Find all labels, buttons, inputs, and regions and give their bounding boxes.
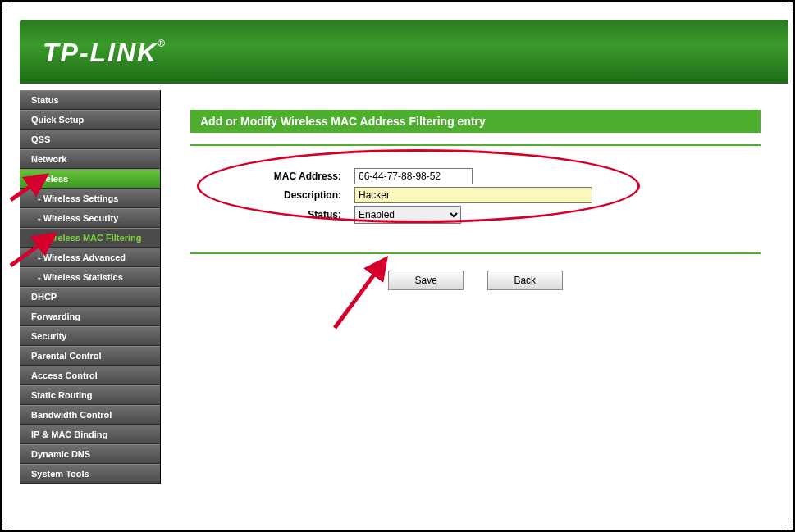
corner-marker (1, 521, 11, 531)
sidebar-item-quick-setup[interactable]: Quick Setup (20, 110, 160, 130)
mac-address-label: MAC Address: (190, 171, 354, 182)
mac-address-input[interactable] (354, 168, 473, 184)
header-bar: TP-LINK® (20, 20, 788, 84)
divider (190, 144, 761, 146)
sidebar-item-wireless-advanced[interactable]: - Wireless Advanced (20, 248, 160, 267)
status-select[interactable]: Enabled (354, 206, 461, 224)
mac-filter-form: MAC Address: Description: Status: Enable… (190, 157, 761, 241)
description-label: Description: (190, 189, 354, 201)
router-admin-window: TP-LINK® StatusQuick SetupQSSNetworkWire… (0, 0, 795, 532)
sidebar-item-status[interactable]: Status (20, 90, 160, 110)
divider (190, 252, 761, 254)
sidebar-item-wireless-mac-filtering[interactable]: - Wireless MAC Filtering (20, 228, 160, 248)
sidebar-item-parental-control[interactable]: Parental Control (20, 346, 160, 366)
sidebar-item-static-routing[interactable]: Static Routing (20, 385, 160, 405)
description-input[interactable] (354, 187, 592, 203)
corner-marker (784, 1, 794, 11)
back-button[interactable]: Back (487, 271, 563, 290)
sidebar-item-security[interactable]: Security (20, 326, 160, 346)
page-title: Add or Modify Wireless MAC Address Filte… (190, 110, 761, 133)
sidebar-item-system-tools[interactable]: System Tools (20, 464, 160, 484)
content-area: Add or Modify Wireless MAC Address Filte… (174, 90, 785, 522)
sidebar-item-wireless-security[interactable]: - Wireless Security (20, 208, 160, 228)
corner-marker (784, 521, 794, 531)
sidebar-item-wireless-statistics[interactable]: - Wireless Statistics (20, 267, 160, 287)
sidebar-item-wireless[interactable]: Wireless (20, 169, 160, 189)
sidebar-item-access-control[interactable]: Access Control (20, 366, 160, 385)
save-button[interactable]: Save (388, 271, 464, 290)
sidebar-item-qss[interactable]: QSS (20, 130, 160, 149)
button-row: Save Back (190, 266, 761, 290)
sidebar-item-forwarding[interactable]: Forwarding (20, 307, 160, 326)
status-label: Status: (190, 209, 354, 221)
sidebar-item-bandwidth-control[interactable]: Bandwidth Control (20, 405, 160, 425)
sidebar-item-wireless-settings[interactable]: - Wireless Settings (20, 189, 160, 208)
sidebar-item-dynamic-dns[interactable]: Dynamic DNS (20, 444, 160, 464)
sidebar-item-network[interactable]: Network (20, 149, 160, 169)
brand-logo: TP-LINK® (20, 20, 788, 68)
sidebar-item-ip-mac-binding[interactable]: IP & MAC Binding (20, 425, 160, 444)
sidebar-nav: StatusQuick SetupQSSNetworkWireless- Wir… (20, 90, 161, 484)
corner-marker (1, 1, 11, 11)
sidebar-item-dhcp[interactable]: DHCP (20, 287, 160, 307)
